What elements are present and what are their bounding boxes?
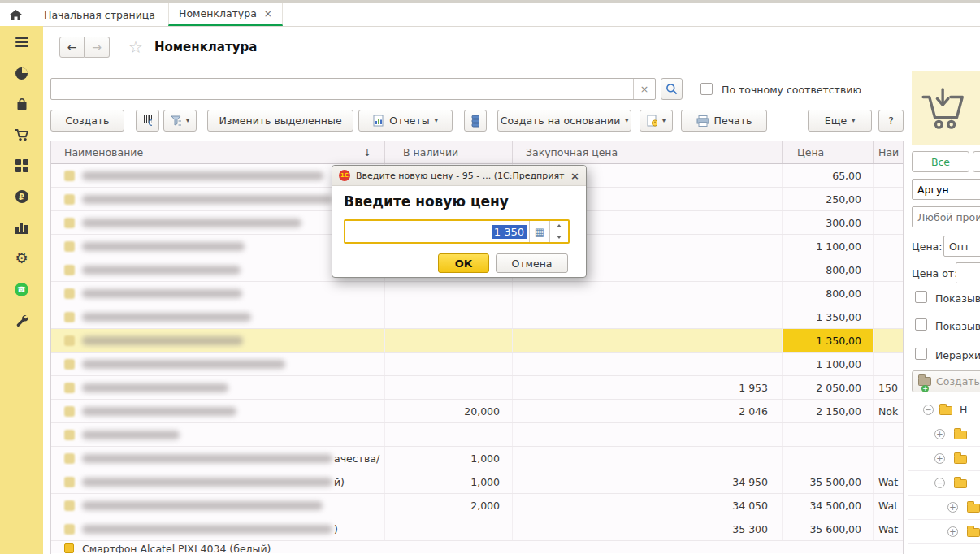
column-header-purchase[interactable]: Закупочная цена bbox=[513, 141, 783, 163]
tiles-icon[interactable] bbox=[15, 158, 29, 173]
price-type-select[interactable]: Опт bbox=[943, 236, 980, 257]
producer-cell bbox=[874, 423, 903, 446]
create-based-label: Создать на основании bbox=[501, 115, 621, 127]
back-button[interactable]: ← bbox=[59, 37, 85, 58]
ruble-icon[interactable]: ₽ bbox=[15, 189, 29, 204]
exact-match-checkbox[interactable] bbox=[700, 83, 713, 95]
caret-icon: ▾ bbox=[186, 117, 189, 124]
brand-filter-input[interactable] bbox=[912, 179, 980, 200]
spinner-down-button[interactable] bbox=[550, 232, 568, 243]
database-button[interactable] bbox=[464, 110, 487, 132]
table-row[interactable]: ) 35 300 35 600,00 Wat bbox=[51, 517, 903, 541]
table-row[interactable]: 1 953 2 050,00 150 bbox=[51, 376, 903, 400]
barcode-button[interactable] bbox=[136, 110, 159, 132]
table-row[interactable]: 1 350,00 bbox=[51, 305, 903, 329]
expand-plus-icon[interactable]: + bbox=[947, 526, 958, 537]
calculator-icon[interactable]: ▦ bbox=[529, 221, 549, 242]
table-row[interactable]: 1 100,00 bbox=[51, 353, 903, 376]
tree-item[interactable]: −Н bbox=[908, 398, 980, 422]
more-button[interactable]: Еще ▾ bbox=[808, 110, 872, 132]
create-based-button[interactable]: Создать на основании ▾ bbox=[497, 110, 631, 132]
tab-nomenclature[interactable]: Номенклатура × bbox=[168, 3, 283, 26]
create-button[interactable]: Создать bbox=[50, 110, 124, 132]
show-checkbox-2[interactable] bbox=[915, 318, 927, 331]
purchase-price-cell bbox=[513, 282, 783, 305]
show-checkbox-1[interactable] bbox=[915, 291, 927, 303]
folder-icon bbox=[954, 479, 967, 488]
price-type-value: Опт bbox=[949, 240, 969, 253]
print-button[interactable]: Печать bbox=[681, 110, 767, 132]
tab-close-icon[interactable]: × bbox=[264, 8, 272, 19]
table-row[interactable]: 20,000 2 046 2 150,00 Nok bbox=[51, 400, 903, 423]
column-header-producer[interactable]: Наи bbox=[874, 141, 903, 163]
hierarchy-checkbox[interactable] bbox=[915, 348, 927, 360]
tree-item[interactable]: + bbox=[908, 496, 980, 520]
column-header-name[interactable]: Наименование ↓ bbox=[51, 141, 385, 163]
dialog-title-bar: 1С Введите новую цену - 95 - ... (1С:Пре… bbox=[332, 166, 586, 186]
table-row[interactable]: 1 350,00 bbox=[51, 329, 903, 353]
price-cell: 2 050,00 bbox=[783, 376, 874, 399]
tab-label: Номенклатура bbox=[179, 7, 257, 19]
expand-plus-icon[interactable]: + bbox=[934, 453, 945, 464]
spinner-up-button[interactable] bbox=[550, 221, 568, 232]
favorite-star-icon[interactable]: ☆ bbox=[128, 37, 143, 57]
tree-item[interactable]: + bbox=[908, 422, 980, 447]
tree-item-label: Н bbox=[960, 404, 967, 416]
expand-plus-icon[interactable]: + bbox=[947, 502, 958, 513]
ok-button[interactable]: ОК bbox=[438, 253, 489, 273]
shopping-cart-icon[interactable] bbox=[15, 128, 29, 142]
filter-button[interactable]: ▾ bbox=[163, 110, 197, 132]
home-button[interactable] bbox=[0, 3, 31, 26]
edit-selected-button[interactable]: Изменить выделенные bbox=[207, 110, 353, 132]
reports-button[interactable]: Отчеты ▾ bbox=[358, 110, 453, 132]
tree-item[interactable]: − bbox=[908, 471, 980, 496]
expand-plus-icon[interactable]: + bbox=[934, 429, 945, 439]
price-dialog: 1С Введите новую цену - 95 - ... (1С:Пре… bbox=[332, 165, 587, 278]
nav-buttons: ← → bbox=[59, 37, 110, 58]
price-from-input[interactable] bbox=[956, 262, 980, 283]
search-button[interactable] bbox=[661, 78, 683, 100]
table-row[interactable]: Смартфон Alcatel PIXI 4034 (белый) bbox=[51, 541, 903, 553]
collapse-minus-icon[interactable]: − bbox=[934, 478, 945, 488]
dialog-close-icon[interactable]: × bbox=[570, 170, 579, 182]
table-row[interactable]: й) 1,000 34 950 35 500,00 Wat bbox=[51, 470, 903, 494]
table-row[interactable]: 2,000 34 050 34 500,00 Wat bbox=[51, 494, 903, 517]
wrench-icon[interactable] bbox=[15, 313, 29, 327]
name-tail: ачества/ bbox=[334, 452, 379, 465]
gear-icon[interactable]: ⚙ bbox=[15, 251, 29, 266]
menu-icon[interactable] bbox=[15, 35, 29, 50]
create-group-button[interactable]: + Создать г bbox=[912, 370, 980, 392]
folder-icon bbox=[967, 528, 980, 537]
search-box: × bbox=[50, 78, 656, 100]
item-icon bbox=[64, 265, 75, 275]
column-header-stock[interactable]: В наличии bbox=[385, 141, 513, 163]
item-icon bbox=[64, 359, 75, 370]
tab-partial[interactable] bbox=[973, 151, 980, 172]
tab-all[interactable]: Все bbox=[912, 151, 969, 172]
forward-button[interactable]: → bbox=[85, 37, 110, 58]
shopping-bag-icon[interactable] bbox=[15, 97, 29, 111]
tree-item[interactable]: + bbox=[908, 520, 980, 544]
cancel-button[interactable]: Отмена bbox=[496, 253, 568, 273]
pie-chart-icon[interactable] bbox=[15, 66, 29, 80]
column-header-price[interactable]: Цена bbox=[783, 141, 874, 163]
table-row[interactable] bbox=[51, 423, 903, 447]
clear-search-icon[interactable]: × bbox=[633, 79, 655, 99]
producer-filter-input[interactable] bbox=[912, 206, 980, 227]
table-row[interactable]: ачества/ 1,000 bbox=[51, 447, 903, 470]
tree-item[interactable]: + bbox=[908, 447, 980, 471]
new-price-input[interactable]: 1 350 ▦ bbox=[344, 219, 570, 244]
blurred-name bbox=[82, 478, 332, 487]
cart-banner[interactable] bbox=[912, 71, 980, 145]
blurred-name bbox=[82, 407, 236, 416]
help-button[interactable]: ? bbox=[878, 110, 904, 132]
item-name: Смартфон Alcatel PIXI 4034 (белый) bbox=[82, 543, 271, 553]
bar-chart-icon[interactable] bbox=[15, 220, 29, 235]
search-input[interactable] bbox=[51, 79, 633, 99]
document-clock-button[interactable]: ▾ bbox=[640, 110, 673, 132]
table-row[interactable]: 800,00 bbox=[51, 282, 903, 305]
whatsapp-icon[interactable]: ☎ bbox=[15, 282, 29, 296]
create-label: Создать bbox=[66, 115, 110, 127]
tab-home-page[interactable]: Начальная страница bbox=[31, 3, 168, 26]
collapse-minus-icon[interactable]: − bbox=[923, 405, 934, 415]
